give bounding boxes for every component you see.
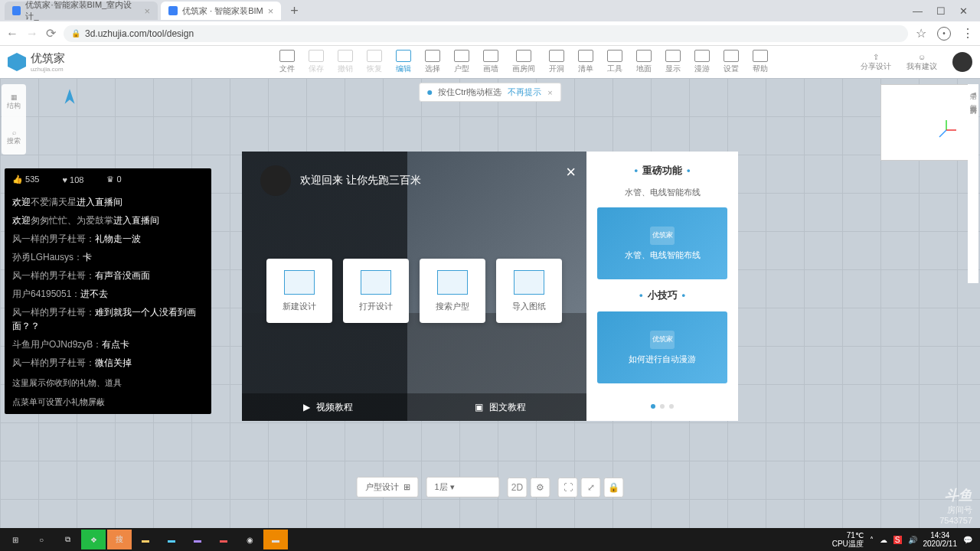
tool-icon	[516, 50, 531, 62]
browser-tab-0[interactable]: 优筑家·智能家装BIM_室内设计_ ×	[5, 2, 158, 20]
zoom-icon[interactable]: ⤢	[581, 478, 601, 497]
tool-清单[interactable]: 清单	[578, 50, 593, 74]
tool-漫游[interactable]: 漫游	[694, 50, 710, 74]
favicon-icon	[168, 6, 178, 15]
app-icon[interactable]: 搜	[107, 530, 132, 549]
tray-icon[interactable]: ☁	[880, 536, 887, 544]
left-rail: ▦结构 ⌕搜索	[2, 84, 26, 155]
chrome-icon[interactable]: ◉	[237, 530, 262, 549]
tool-开洞[interactable]: 开洞	[549, 50, 564, 74]
tool-恢复[interactable]: 恢复	[367, 50, 382, 74]
rail-search[interactable]: ⌕搜索	[2, 119, 26, 155]
maximize-icon[interactable]: ☐	[936, 5, 946, 17]
chat-line: 风一样的男子杜哥：礼物走一波	[12, 232, 204, 246]
input-icon[interactable]: S	[893, 536, 902, 544]
tool-icon	[367, 50, 382, 62]
brand-name: 优筑家	[31, 51, 65, 66]
tool-工具[interactable]: 工具	[607, 50, 622, 74]
tab-title: 优筑家·智能家装BIM_室内设计_	[25, 0, 139, 22]
chat-footer-2: 点菜单可设置小礼物屏蔽	[12, 396, 204, 408]
action-card-打开设计[interactable]: 打开设计	[343, 259, 409, 323]
tip-text: 按住Ctrl拖动框选	[438, 86, 501, 98]
action-card-搜索户型[interactable]: 搜索户型	[420, 259, 485, 323]
tool-画房间[interactable]: 画房间	[512, 50, 535, 74]
action-card-导入图纸[interactable]: 导入图纸	[496, 259, 562, 323]
tool-编辑[interactable]: 编辑	[396, 50, 411, 74]
right-rail[interactable]: 居中 ◂ 收起 所有房间	[968, 84, 978, 283]
clock[interactable]: 14:342020/2/11	[923, 531, 958, 548]
axes-icon	[935, 119, 958, 145]
new-tab-button[interactable]: +	[284, 3, 305, 19]
close-icon[interactable]: ×	[547, 88, 552, 97]
avatar	[260, 165, 291, 196]
doc-tutorial-button[interactable]: ▣ 图文教程	[414, 401, 586, 414]
2d-button[interactable]: 2D	[508, 478, 528, 497]
tool-户型[interactable]: 户型	[454, 50, 469, 74]
reload-button[interactable]: ⟳	[46, 26, 56, 41]
star-icon[interactable]: ☆	[916, 26, 926, 41]
app-icon[interactable]: ▬	[211, 530, 236, 549]
mini-viewport[interactable]	[880, 84, 972, 161]
app-logo[interactable]: 优筑家 uzhujia.com	[8, 51, 65, 73]
close-icon[interactable]: ×	[144, 5, 150, 17]
dot-icon	[427, 90, 432, 95]
tool-设置[interactable]: 设置	[724, 50, 739, 74]
feedback-button[interactable]: ☺ 我有建议	[906, 53, 937, 72]
feature-thumb-1[interactable]: 优筑家 水管、电线智能布线	[597, 207, 727, 279]
image-icon: ▣	[475, 402, 483, 412]
app-icon[interactable]: ▬	[159, 530, 184, 549]
tool-帮助[interactable]: 帮助	[753, 50, 768, 74]
share-button[interactable]: ⇪ 分享设计	[861, 53, 891, 72]
fit-icon[interactable]: ⛶	[558, 478, 578, 497]
tool-撤销[interactable]: 撤销	[338, 50, 353, 74]
action-card-新建设计[interactable]: 新建设计	[266, 259, 332, 323]
app-header: 优筑家 uzhujia.com 文件保存撤销恢复编辑选择户型画墙画房间开洞清单工…	[0, 46, 980, 78]
tool-选择[interactable]: 选择	[425, 50, 440, 74]
floor-select[interactable]: 1层 ▾	[426, 477, 500, 497]
user-avatar[interactable]	[952, 52, 972, 72]
rail-structure[interactable]: ▦结构	[2, 84, 26, 119]
explorer-icon[interactable]: ▬	[133, 530, 158, 549]
svg-line-3	[939, 130, 946, 137]
tool-地面[interactable]: 地面	[636, 50, 652, 74]
chat-line: 斗鱼用户OJNd9zyB：有点卡	[12, 337, 204, 351]
tool-保存[interactable]: 保存	[309, 50, 324, 74]
cortana-icon[interactable]: ○	[29, 530, 54, 549]
tool-icon	[753, 50, 768, 62]
chat-line: 风一样的男子杜哥：微信关掉	[12, 356, 204, 370]
main-toolbar: 文件保存撤销恢复编辑选择户型画墙画房间开洞清单工具地面显示漫游设置帮助	[279, 50, 768, 74]
back-button[interactable]: ←	[6, 27, 18, 41]
settings-icon[interactable]: ⚙	[531, 478, 550, 497]
windows-taskbar: ⊞ ○ ⧉ ❖ 搜 ▬ ▬ ▬ ▬ ◉ ▬ 71℃CPU温度 ˄ ☁ S 🔊 1…	[0, 528, 980, 551]
tool-文件[interactable]: 文件	[279, 50, 295, 74]
taskview-icon[interactable]: ⧉	[55, 530, 80, 549]
app-icon[interactable]: ▬	[263, 530, 288, 549]
mode-select[interactable]: 户型设计 ⊞	[357, 477, 419, 497]
app-icon[interactable]: ❖	[81, 530, 106, 549]
url-input[interactable]: 🔒 3d.uzhujia.com/tool/design	[64, 25, 908, 42]
close-window-icon[interactable]: ✕	[959, 5, 968, 17]
app-icon[interactable]: ▬	[185, 530, 210, 549]
design-canvas[interactable]: ▦结构 ⌕搜索 按住Ctrl拖动框选 不再提示 × 居中 ◂ 收起 所有房间 👍…	[0, 78, 980, 528]
tool-icon	[694, 50, 710, 62]
menu-icon[interactable]: ⋮	[962, 26, 974, 41]
tool-画墙[interactable]: 画墙	[483, 50, 498, 74]
lock-icon[interactable]: 🔒	[604, 478, 624, 497]
video-tutorial-button[interactable]: ▶ 视频教程	[242, 401, 414, 414]
carousel-dots[interactable]	[597, 404, 727, 409]
profile-icon[interactable]: •	[937, 27, 951, 41]
stream-watermark: 斗鱼 房间号 7543757	[939, 486, 972, 525]
feature-thumb-2[interactable]: 优筑家 如何进行自动漫游	[597, 311, 727, 383]
start-button[interactable]: ⊞	[3, 530, 28, 549]
forward-button[interactable]: →	[26, 27, 38, 41]
modal-close-button[interactable]: ×	[566, 162, 576, 182]
volume-icon[interactable]: 🔊	[908, 536, 917, 544]
notifications-icon[interactable]: 💬	[963, 536, 972, 544]
cpu-temp: 71℃CPU温度	[832, 531, 864, 548]
browser-tab-1[interactable]: 优筑家 · 智能家装BIM ×	[161, 2, 281, 20]
minimize-icon[interactable]: —	[913, 5, 923, 17]
tool-显示[interactable]: 显示	[665, 50, 681, 74]
close-icon[interactable]: ×	[268, 5, 274, 17]
tray-icon[interactable]: ˄	[870, 536, 874, 544]
tip-dismiss-link[interactable]: 不再提示	[508, 86, 541, 98]
